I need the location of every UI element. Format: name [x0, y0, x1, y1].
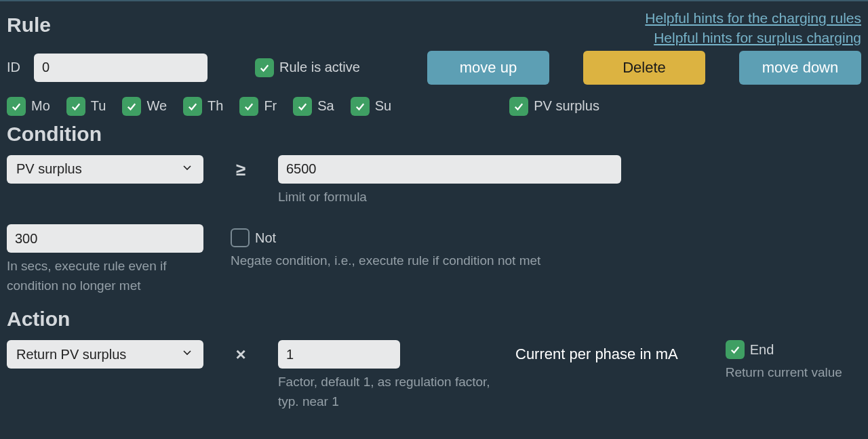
day-we-label: We: [146, 98, 167, 114]
day-th-label: Th: [208, 98, 223, 114]
delay-input[interactable]: [7, 224, 203, 253]
condition-select[interactable]: PV surplus: [7, 155, 203, 184]
action-title: Action: [7, 308, 861, 331]
limit-helper: Limit or formula: [278, 188, 621, 207]
page-title: Rule: [7, 14, 51, 37]
day-sa-label: Sa: [317, 98, 334, 114]
hint-charging-rules-link[interactable]: Helpful hints for the charging rules: [645, 8, 861, 28]
day-tu-label: Tu: [91, 98, 106, 114]
condition-select-value: PV surplus: [16, 161, 82, 177]
chevron-down-icon: [180, 161, 194, 177]
hint-surplus-charging-link[interactable]: Helpful hints for surplus charging: [645, 28, 861, 47]
check-icon: [354, 100, 366, 112]
check-icon: [258, 62, 271, 74]
day-fr-checkbox[interactable]: [239, 97, 258, 116]
action-operator: ×: [224, 344, 258, 365]
day-mo-label: Mo: [31, 98, 50, 114]
move-up-button[interactable]: move up: [427, 51, 549, 85]
unit-label: Current per phase in mA: [515, 346, 678, 363]
id-label: ID: [7, 60, 20, 75]
end-helper: Return current value: [726, 363, 842, 383]
check-icon: [243, 100, 255, 112]
check-icon: [70, 100, 82, 112]
hints-block: Helpful hints for the charging rules Hel…: [645, 8, 861, 48]
delay-helper: In secs, execute rule even if condition …: [7, 257, 197, 295]
day-fr-label: Fr: [264, 98, 277, 114]
action-select-value: Return PV surplus: [16, 347, 126, 362]
delete-button[interactable]: Delete: [583, 51, 705, 85]
limit-input[interactable]: [278, 155, 621, 184]
end-label: End: [750, 342, 774, 358]
not-helper: Negate condition, i.e., execute rule if …: [231, 251, 540, 271]
day-th-checkbox[interactable]: [183, 97, 202, 116]
action-select[interactable]: Return PV surplus: [7, 340, 203, 369]
day-we-checkbox[interactable]: [122, 97, 141, 116]
day-sa-checkbox[interactable]: [293, 97, 312, 116]
check-icon: [125, 100, 138, 112]
not-checkbox[interactable]: [231, 228, 250, 247]
end-checkbox[interactable]: [726, 340, 745, 359]
pv-surplus-checkbox[interactable]: [509, 97, 528, 116]
day-su-label: Su: [375, 98, 391, 114]
rule-active-checkbox[interactable]: [255, 58, 274, 77]
day-su-checkbox[interactable]: [351, 97, 370, 116]
day-mo-checkbox[interactable]: [7, 97, 26, 116]
check-icon: [186, 100, 199, 112]
not-label: Not: [255, 230, 276, 246]
check-icon: [296, 100, 309, 112]
condition-operator: ≥: [224, 159, 258, 180]
move-down-button[interactable]: move down: [739, 51, 861, 85]
check-icon: [729, 343, 741, 356]
factor-input[interactable]: [278, 340, 400, 369]
day-tu-checkbox[interactable]: [66, 97, 85, 116]
chevron-down-icon: [180, 346, 194, 363]
check-icon: [10, 100, 22, 112]
pv-surplus-label: PV surplus: [534, 98, 599, 114]
condition-title: Condition: [7, 123, 861, 146]
factor-helper: Factor, default 1, as regulation factor,…: [278, 373, 495, 411]
check-icon: [513, 100, 525, 112]
rule-active-label: Rule is active: [279, 60, 360, 75]
id-input[interactable]: [34, 54, 208, 82]
